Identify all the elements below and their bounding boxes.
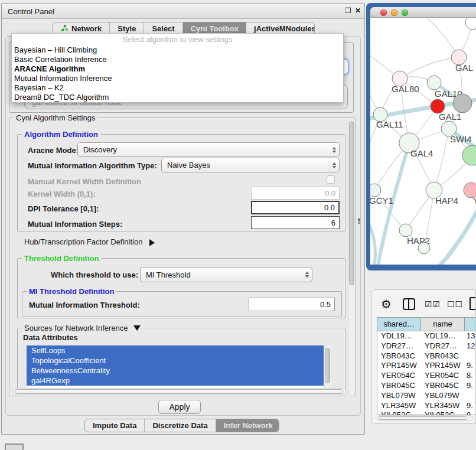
network-canvas[interactable]: GALGAL80GAL10GAL1GAL11SWI4GAL4GCY1HAP4YH… [370, 18, 476, 265]
algorithm-option-mutual-information-inference[interactable]: Mutual Information Inference [12, 74, 343, 83]
network-node[interactable] [462, 145, 476, 165]
table-row[interactable]: YDL19…YDL19…13 [377, 331, 476, 341]
collapsed-panel-icon[interactable] [5, 444, 24, 450]
table-cell [465, 351, 476, 361]
table-row[interactable]: YBL079WYBL079W [377, 391, 476, 401]
stepper-arrows-icon [305, 270, 309, 279]
attribute-item-gal4rgexp[interactable]: gal4RGexp [27, 376, 324, 386]
panel-splitter-grip[interactable] [358, 219, 360, 221]
minimize-traffic-light-icon[interactable] [391, 9, 397, 16]
document-icon[interactable] [470, 297, 476, 310]
network-node-label: GAL11 [376, 119, 403, 129]
column-layout-icon[interactable] [403, 298, 415, 310]
sources-title-label: Sources for Network Inference [24, 324, 128, 332]
table-cell: 12 [465, 341, 476, 351]
aracne-mode-combo[interactable]: Discovery [77, 142, 340, 157]
column-header-shared…[interactable]: shared… [377, 318, 421, 331]
tab-infer-network[interactable]: Infer Network [216, 419, 279, 432]
attribute-item-topologicalcoefficient[interactable]: TopologicalCoefficient [27, 356, 324, 366]
mi-threshold-field[interactable] [249, 298, 335, 311]
table-panel-header: Table Panel [366, 270, 476, 289]
table-cell: 9. [465, 361, 476, 371]
table-cell [465, 391, 476, 401]
table-cell: YBL079W [421, 391, 465, 401]
attributes-list-scrollbar[interactable] [324, 345, 331, 388]
control-panel-titlebar: Control Panel ❐ ✕ [2, 4, 364, 19]
which-threshold-label: Which threshold to use: [51, 270, 138, 279]
network-node[interactable] [418, 242, 430, 254]
algorithm-dropdown-placeholder: Select algorithm to view settings [12, 34, 343, 45]
table-cell: YBR045C [377, 381, 421, 391]
table-row[interactable]: YER054CYER054C8. [377, 371, 476, 381]
network-node-gal10[interactable] [427, 76, 441, 90]
settings-vertical-scrollbar-thumb[interactable] [349, 121, 354, 285]
table-horizontal-scrollbar[interactable] [377, 415, 473, 421]
table-header-row: shared…name [377, 318, 476, 331]
network-node[interactable] [453, 94, 472, 113]
network-node-label: GAL4 [410, 148, 433, 158]
table-cell: YLR345W [421, 401, 465, 411]
table-row[interactable]: YDR27…YDR27…12 [377, 341, 476, 351]
table-cell: 13 [465, 331, 476, 341]
kernel-width-field[interactable] [251, 187, 340, 200]
close-panel-icon[interactable]: ✕ [355, 6, 363, 15]
float-window-icon[interactable]: ❐ [345, 6, 353, 15]
sources-title[interactable]: Sources for Network Inference [22, 324, 143, 332]
stepper-arrows-icon [332, 161, 336, 170]
table-row[interactable]: YIL052CYIL052C8. [377, 410, 476, 415]
table-cell: YLR345W [377, 401, 421, 411]
cyni-bottom-tabbar: Impute DataDiscretize DataInfer Network [84, 419, 279, 432]
close-traffic-light-icon[interactable] [380, 9, 387, 16]
algorithm-definition-title: Algorithm Definition [22, 130, 100, 139]
settings-horizontal-scrollbar-thumb[interactable] [15, 389, 343, 394]
network-icon [61, 24, 69, 34]
apply-button[interactable]: Apply [158, 400, 201, 414]
column-header-partial[interactable] [465, 318, 476, 331]
hub-tf-definition-label: Hub/Transcription Factor Definition [24, 237, 142, 246]
data-attributes-label: Data Attributes [23, 333, 78, 342]
column-header-name[interactable]: name [421, 318, 465, 331]
table-cell: YER054C [421, 371, 465, 381]
mi-steps-field[interactable] [251, 216, 340, 229]
algorithm-option-dream8-dc-tdc-algorithm[interactable]: Dream8 DC_TDC Algorithm [12, 93, 343, 102]
threshold-definition-title: Threshold Definition [22, 254, 101, 263]
mi-algorithm-type-combo[interactable]: Naive Bayes [161, 158, 340, 172]
algorithm-option-bayesian-k2[interactable]: Bayesian – K2 [12, 83, 343, 93]
deselect-all-columns-icon[interactable]: ☐☐ [447, 299, 463, 309]
tab-impute-data[interactable]: Impute Data [85, 419, 145, 432]
algorithm-option-basic-correlation-inference[interactable]: Basic Correlation Inference [12, 55, 343, 64]
network-node-gcy1[interactable] [370, 184, 381, 197]
zoom-traffic-light-icon[interactable] [402, 9, 408, 16]
select-all-columns-icon[interactable]: ☑☑ [425, 299, 441, 309]
tab-label: Impute Data [93, 421, 136, 430]
table-row[interactable]: YBR043CYBR043C [377, 351, 476, 361]
table-row[interactable]: YBR045CYBR045C9. [377, 381, 476, 391]
dpi-tolerance-field[interactable] [251, 201, 340, 214]
tab-discretize-data[interactable]: Discretize Data [145, 419, 216, 432]
manual-kernel-width-checkbox[interactable] [327, 175, 335, 184]
hub-tf-definition-expander[interactable]: Hub/Transcription Factor Definition [24, 237, 158, 246]
mi-algorithm-type-value: Naive Bayes [167, 161, 210, 169]
algorithm-option-aracne-algorithm[interactable]: ARACNE Algorithm [12, 64, 343, 74]
algorithm-option-bayesian-hill-climbing[interactable]: Bayesian – Hill Climbing [12, 45, 343, 55]
tab-label: Cyni Toolbox [191, 24, 239, 33]
attribute-item-betweennesscentrality[interactable]: BetweennessCentrality [27, 366, 324, 376]
mi-threshold-label: Mutual Information Threshold: [29, 301, 140, 309]
settings-horizontal-scrollbar[interactable] [12, 388, 347, 395]
attribute-item-selfloops[interactable]: SelfLoops [27, 345, 324, 356]
table-row[interactable]: YLR345WYLR345W9. [377, 401, 476, 411]
network-node[interactable] [465, 18, 476, 30]
which-threshold-combo[interactable]: MI Threshold [140, 267, 312, 282]
table-cell: YIL052C [377, 410, 421, 415]
table-row[interactable]: YPR145WYPR145W9. [377, 361, 476, 371]
gear-icon[interactable]: ⚙ [381, 297, 392, 311]
settings-vertical-scrollbar[interactable] [348, 119, 355, 394]
network-node-hap2[interactable] [399, 224, 412, 237]
network-window-titlebar [370, 7, 476, 18]
table-horizontal-scrollbar-thumb[interactable] [379, 416, 467, 420]
table-cell: YBL079W [377, 391, 421, 401]
table-cell: YPR145W [377, 361, 421, 371]
tab-label: Infer Network [224, 421, 273, 430]
attributes-list-scrollbar-thumb[interactable] [325, 348, 330, 383]
network-graph[interactable]: GALGAL80GAL10GAL1GAL11SWI4GAL4GCY1HAP4YH… [370, 18, 476, 265]
